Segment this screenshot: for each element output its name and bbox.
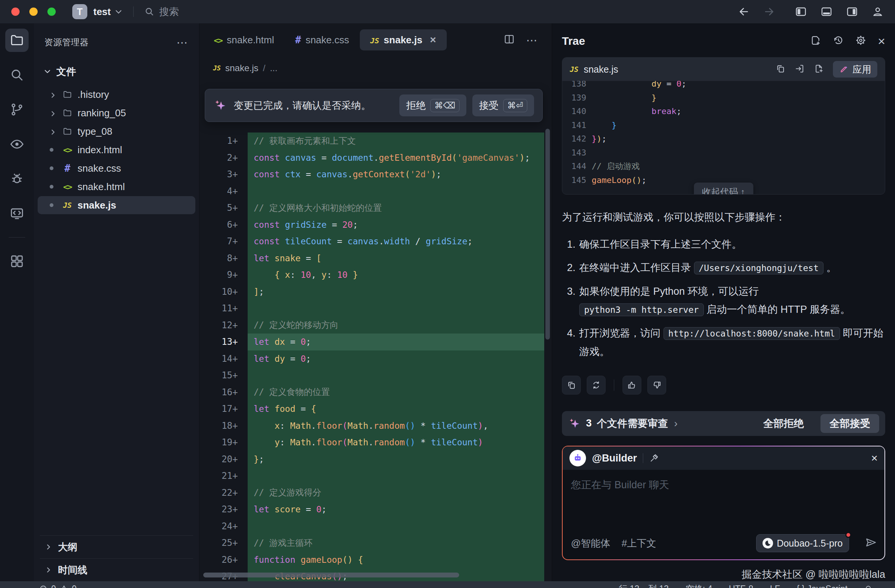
status-segment[interactable]: 空格: 4 bbox=[685, 583, 712, 588]
code-text[interactable] bbox=[248, 468, 544, 484]
minimize-window-button[interactable] bbox=[29, 8, 38, 16]
code-text[interactable]: // 获取画布元素和上下文 bbox=[248, 133, 544, 149]
activity-preview[interactable] bbox=[5, 133, 29, 156]
code-text[interactable]: // 定义蛇的移动方向 bbox=[248, 317, 544, 334]
mention-agent-button[interactable]: @智能体 bbox=[571, 537, 610, 550]
chevron-right-icon[interactable]: › bbox=[674, 417, 677, 430]
code-text[interactable]: } bbox=[592, 91, 885, 105]
folder-tree-item[interactable]: .history bbox=[38, 85, 195, 104]
folder-tree-item[interactable]: type_08 bbox=[38, 122, 195, 140]
add-context-button[interactable]: #上下文 bbox=[621, 537, 656, 550]
breadcrumb[interactable]: JS snake.js / ... bbox=[199, 56, 552, 80]
breadcrumb-file[interactable]: snake.js bbox=[225, 63, 258, 73]
close-chat-icon[interactable]: × bbox=[871, 452, 878, 465]
code-editor[interactable]: 1+// 获取画布元素和上下文2+const canvas = document… bbox=[199, 133, 544, 581]
vertical-scrollbar[interactable] bbox=[545, 129, 550, 340]
code-text[interactable]: }); bbox=[592, 132, 885, 146]
status-segment[interactable]: { } JavaScript bbox=[796, 584, 848, 588]
tab-snake.js[interactable]: JSsnake.js× bbox=[360, 29, 447, 50]
navigate-back-icon[interactable] bbox=[738, 6, 750, 18]
code-text[interactable] bbox=[248, 367, 544, 384]
file-tree-item[interactable]: JSsnake.js bbox=[38, 196, 195, 214]
like-button[interactable] bbox=[623, 376, 641, 395]
file-tree-item[interactable]: <>snake.html bbox=[38, 178, 195, 196]
new-chat-icon[interactable] bbox=[810, 35, 821, 47]
files-section-header[interactable]: 文件 bbox=[34, 62, 199, 81]
code-text[interactable]: // 定义游戏得分 bbox=[248, 484, 544, 501]
code-text[interactable]: function gameLoop() { bbox=[248, 551, 544, 568]
chevron-down-icon[interactable] bbox=[114, 8, 123, 16]
tab-snake.html[interactable]: <>snake.html bbox=[203, 29, 285, 50]
insert-icon[interactable] bbox=[795, 64, 805, 75]
accept-all-button[interactable]: 全部接受 bbox=[820, 414, 879, 433]
copy-icon[interactable] bbox=[775, 64, 785, 75]
activity-search[interactable] bbox=[5, 63, 29, 87]
reject-all-button[interactable]: 全部拒绝 bbox=[763, 417, 804, 430]
sidebar-more-icon[interactable]: ⋯ bbox=[177, 36, 189, 49]
navigate-forward-icon[interactable] bbox=[763, 6, 775, 18]
horizontal-scrollbar[interactable] bbox=[203, 573, 459, 577]
code-text[interactable]: // 启动游戏 bbox=[592, 159, 885, 173]
code-text[interactable]: dy = 0; bbox=[592, 81, 885, 91]
account-icon[interactable] bbox=[872, 6, 884, 18]
code-text[interactable]: y: Math.floor(Math.random() * tileCount) bbox=[248, 434, 544, 451]
new-file-icon[interactable] bbox=[814, 64, 824, 75]
activity-terminal[interactable] bbox=[5, 202, 29, 225]
history-icon[interactable] bbox=[833, 35, 844, 47]
model-selector[interactable]: Doubao-1.5-pro bbox=[756, 534, 849, 552]
code-text[interactable]: const tileCount = canvas.width / gridSiz… bbox=[248, 233, 544, 250]
settings-icon[interactable] bbox=[855, 35, 866, 47]
outline-section-header[interactable]: 大纲 bbox=[34, 536, 199, 558]
notifications-bell-icon[interactable] bbox=[864, 585, 872, 588]
copy-message-button[interactable] bbox=[562, 376, 581, 395]
tab-snake.css[interactable]: #snake.css bbox=[285, 29, 359, 50]
zoom-window-button[interactable] bbox=[47, 8, 56, 16]
problems-status[interactable]: 0 0 bbox=[39, 584, 77, 588]
file-tree-item[interactable]: #snake.css bbox=[38, 159, 195, 177]
code-text[interactable]: { x: 10, y: 10 } bbox=[248, 267, 544, 283]
code-text[interactable]: let score = 0; bbox=[248, 501, 544, 518]
code-text[interactable]: ]; bbox=[248, 283, 544, 300]
toggle-bottom-panel-icon[interactable] bbox=[820, 6, 833, 18]
close-panel-icon[interactable]: × bbox=[878, 35, 885, 47]
status-segment[interactable]: LF bbox=[770, 584, 780, 588]
send-icon[interactable] bbox=[865, 537, 877, 549]
code-text[interactable] bbox=[248, 518, 544, 535]
code-text[interactable]: const canvas = document.getElementById('… bbox=[248, 149, 544, 166]
code-text[interactable]: break; bbox=[592, 104, 885, 118]
activity-explorer[interactable] bbox=[5, 29, 29, 52]
accept-changes-button[interactable]: 接受 ⌘⏎ bbox=[472, 94, 534, 116]
code-text[interactable]: } bbox=[592, 118, 885, 132]
file-tree-item[interactable]: <>index.html bbox=[38, 141, 195, 159]
dislike-button[interactable] bbox=[647, 376, 666, 395]
folder-tree-item[interactable]: ranking_05 bbox=[38, 104, 195, 122]
activity-debug[interactable] bbox=[5, 167, 29, 190]
code-text[interactable]: // 定义食物的位置 bbox=[248, 384, 544, 401]
breadcrumb-more[interactable]: ... bbox=[270, 63, 277, 73]
code-text[interactable]: // 定义网格大小和初始蛇的位置 bbox=[248, 200, 544, 216]
project-name[interactable]: test bbox=[93, 6, 111, 18]
editor-more-icon[interactable]: ⋯ bbox=[526, 34, 538, 47]
code-text[interactable]: const gridSize = 20; bbox=[248, 216, 544, 233]
code-text[interactable]: let dy = 0; bbox=[248, 350, 544, 367]
code-text[interactable]: let food = { bbox=[248, 401, 544, 417]
code-text[interactable]: const ctx = canvas.getContext('2d'); bbox=[248, 166, 544, 183]
code-text[interactable]: x: Math.floor(Math.random() * tileCount)… bbox=[248, 417, 544, 434]
code-text[interactable] bbox=[248, 300, 544, 317]
split-editor-icon[interactable] bbox=[504, 34, 515, 46]
code-text[interactable] bbox=[248, 183, 544, 200]
toggle-right-sidebar-icon[interactable] bbox=[846, 6, 858, 18]
regenerate-button[interactable] bbox=[587, 376, 606, 395]
status-segment[interactable]: UTF-8 bbox=[729, 584, 753, 588]
toggle-left-sidebar-icon[interactable] bbox=[795, 6, 807, 18]
global-search[interactable]: 搜索 bbox=[144, 5, 179, 18]
agent-name[interactable]: @Builder bbox=[592, 452, 637, 464]
close-window-button[interactable] bbox=[11, 8, 20, 16]
code-text[interactable]: }; bbox=[248, 451, 544, 468]
project-avatar[interactable]: T bbox=[72, 4, 87, 19]
activity-extensions[interactable] bbox=[5, 250, 29, 273]
timeline-section-header[interactable]: 时间线 bbox=[34, 559, 199, 581]
code-text[interactable]: let snake = [ bbox=[248, 250, 544, 267]
status-segment[interactable]: 行 13，列 13 bbox=[619, 583, 669, 588]
code-text[interactable]: // 游戏主循环 bbox=[248, 535, 544, 551]
